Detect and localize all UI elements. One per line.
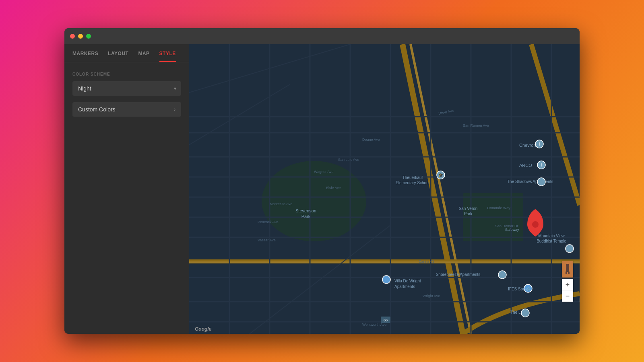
svg-text:Wright Ave: Wright Ave — [423, 294, 440, 298]
svg-text:Canna Ct: Canna Ct — [419, 259, 434, 263]
svg-point-78 — [521, 309, 529, 317]
traffic-lights — [70, 34, 91, 39]
svg-text:Chevron: Chevron — [519, 143, 536, 148]
nav-tabs: MARKERS LAYOUT MAP STYLE — [64, 44, 189, 62]
svg-text:Safeway: Safeway — [505, 228, 519, 232]
svg-point-73 — [566, 245, 574, 253]
app-body: MARKERS LAYOUT MAP STYLE COLOR SCHEME De… — [64, 44, 580, 334]
svg-text:Montecito Ave: Montecito Ave — [270, 202, 292, 206]
color-scheme-select[interactable]: Default Night Retro Silver Aubergine — [72, 81, 181, 96]
svg-text:Buddhist Temple: Buddhist Temple — [537, 239, 566, 243]
svg-point-75 — [498, 271, 506, 279]
svg-text:San Veron: San Veron — [459, 206, 478, 211]
svg-point-102 — [566, 264, 569, 267]
zoom-in-button[interactable]: + — [562, 279, 573, 290]
svg-text:ARCO: ARCO — [519, 163, 532, 168]
map-area[interactable]: Drew Ave San Ramon Ave Doane Ave San Lui… — [189, 44, 580, 334]
title-bar — [64, 28, 580, 44]
street-view-button[interactable] — [562, 261, 573, 278]
svg-text:Mobilehome Park: Mobilehome Park — [579, 298, 580, 302]
svg-text:Doane Ave: Doane Ave — [362, 138, 380, 142]
svg-text:Ormonde Way: Ormonde Way — [487, 206, 510, 210]
svg-text:Peacock Ave: Peacock Ave — [258, 220, 279, 224]
svg-text:Vassar Ave: Vassar Ave — [258, 238, 276, 242]
zoom-controls: + − — [562, 279, 573, 302]
color-scheme-select-wrapper: Default Night Retro Silver Aubergine ▾ — [72, 81, 181, 96]
svg-text:Apartments: Apartments — [394, 284, 415, 289]
svg-text:San Luis Ave: San Luis Ave — [338, 158, 359, 162]
svg-text:Park: Park — [464, 212, 473, 216]
chevron-right-icon: › — [174, 107, 175, 112]
svg-text:Stevenson: Stevenson — [295, 208, 316, 213]
custom-colors-label: Custom Colors — [78, 106, 116, 113]
svg-text:Elsie Ave: Elsie Ave — [326, 186, 341, 190]
maximize-button[interactable] — [86, 34, 91, 39]
svg-text:i: i — [539, 142, 540, 146]
map-canvas: Drew Ave San Ramon Ave Doane Ave San Lui… — [189, 44, 580, 334]
svg-text:San Ramon Ave: San Ramon Ave — [463, 123, 489, 128]
tab-layout[interactable]: LAYOUT — [108, 51, 128, 62]
sidebar-content: COLOR SCHEME Default Night Retro Silver … — [64, 62, 189, 334]
close-button[interactable] — [70, 34, 75, 39]
svg-rect-105 — [568, 272, 570, 274]
zoom-out-button[interactable]: − — [562, 290, 573, 302]
svg-text:Wentworth Ave: Wentworth Ave — [362, 323, 386, 327]
svg-text:🎓: 🎓 — [438, 173, 444, 178]
pegman-icon — [564, 263, 571, 275]
sidebar: MARKERS LAYOUT MAP STYLE COLOR SCHEME De… — [64, 44, 189, 334]
minimize-button[interactable] — [78, 34, 83, 39]
svg-rect-104 — [566, 272, 567, 274]
svg-text:i: i — [541, 163, 542, 167]
svg-text:Mountain View: Mountain View — [538, 234, 565, 238]
svg-point-71 — [537, 178, 545, 186]
svg-text:Villa De Wright: Villa De Wright — [394, 279, 421, 283]
svg-point-72 — [532, 221, 539, 228]
custom-colors-row[interactable]: Custom Colors › — [72, 102, 181, 117]
svg-text:Wagner Ave: Wagner Ave — [314, 170, 334, 174]
tab-style[interactable]: STYLE — [159, 51, 176, 62]
svg-rect-103 — [566, 267, 569, 272]
tab-map[interactable]: MAP — [138, 51, 149, 62]
svg-text:66: 66 — [384, 318, 388, 322]
svg-text:The Shadows Apartments: The Shadows Apartments — [507, 179, 553, 184]
svg-text:⚓: ⚓ — [526, 287, 530, 291]
svg-text:Shorebreeze Apartments: Shorebreeze Apartments — [436, 272, 481, 277]
tab-markers[interactable]: MARKERS — [72, 51, 98, 62]
color-scheme-label: COLOR SCHEME — [72, 72, 181, 76]
svg-text:Park: Park — [301, 214, 311, 219]
svg-text:Elementary School: Elementary School — [396, 181, 429, 185]
app-window: MARKERS LAYOUT MAP STYLE COLOR SCHEME De… — [64, 28, 580, 334]
svg-text:Theuerkauf: Theuerkauf — [402, 175, 423, 180]
svg-text:Google: Google — [195, 326, 212, 332]
svg-point-74 — [382, 276, 390, 284]
